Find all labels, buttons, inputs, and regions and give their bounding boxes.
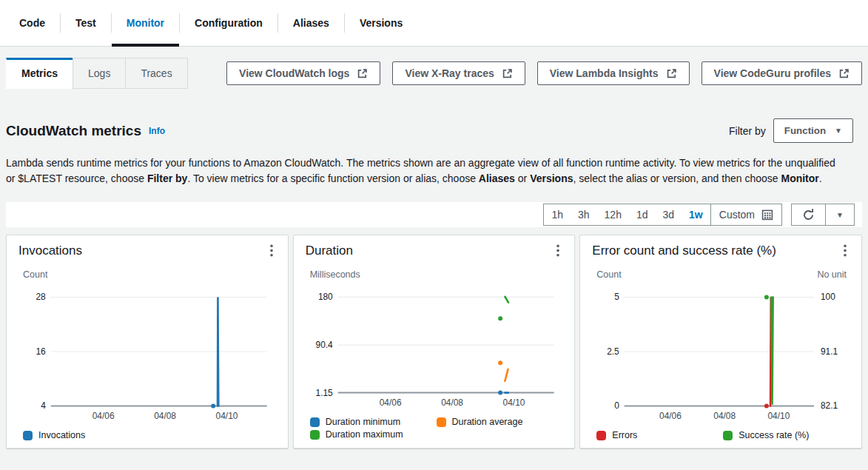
chart-plot-invocations: 2816404/0604/0804/10 xyxy=(18,282,276,426)
range-12h[interactable]: 12h xyxy=(597,204,629,225)
subtab-logs[interactable]: Logs xyxy=(73,58,126,89)
refresh-button[interactable] xyxy=(792,204,825,225)
legend-item-duration-average: Duration average xyxy=(437,417,563,427)
legend-item-success-rate: Success rate (%) xyxy=(723,430,850,440)
monitor-subnav: MetricsLogsTraces View CloudWatch logs V… xyxy=(6,58,862,89)
page-title: CloudWatch metrics xyxy=(6,123,141,139)
monitor-content: MetricsLogsTraces View CloudWatch logs V… xyxy=(0,58,868,449)
series-duration-minimum-point xyxy=(498,391,502,395)
chart-menu-button[interactable] xyxy=(841,243,850,261)
custom-range-label: Custom xyxy=(719,209,755,221)
chart-legend: Invocations xyxy=(18,430,276,440)
y-tick-label: 28 xyxy=(36,292,47,302)
function-filter-dropdown[interactable]: Function ▼ xyxy=(773,118,853,143)
legend-label: Duration maximum xyxy=(326,429,403,440)
refresh-icon xyxy=(802,209,815,221)
view-cloudwatch-logs-button[interactable]: View CloudWatch logs xyxy=(226,61,380,85)
chart-axis-units: Count xyxy=(18,269,276,281)
range-3d[interactable]: 3d xyxy=(656,204,682,225)
tab-code[interactable]: Code xyxy=(4,0,60,46)
x-tick-label: 04/08 xyxy=(441,397,463,408)
series-invocations-point xyxy=(211,404,215,409)
y-tick-label: 180 xyxy=(318,292,333,302)
y-tick-label: 2.5 xyxy=(608,346,620,357)
kebab-menu-icon xyxy=(844,244,847,257)
legend-item-errors: Errors xyxy=(596,430,723,440)
time-range-group: 1h3h12h1d3d1wCustom xyxy=(543,204,782,226)
external-link-icon xyxy=(838,68,850,79)
description-bold-term: Versions xyxy=(530,172,573,184)
info-link[interactable]: Info xyxy=(149,126,165,136)
filter-by-label: Filter by xyxy=(729,125,766,137)
external-link-icon xyxy=(502,68,513,79)
range-3h[interactable]: 3h xyxy=(571,204,597,225)
y-tick-label-right: 91.1 xyxy=(821,346,838,357)
chart-card-header: Duration xyxy=(306,243,563,261)
chart-menu-button[interactable] xyxy=(267,243,276,261)
metric-charts-row: Invocations Count2816404/0604/0804/10Inv… xyxy=(6,235,862,449)
y-axis-unit-left: Milliseconds xyxy=(310,269,360,281)
y-tick-label: 1.15 xyxy=(315,388,333,398)
y-tick-label: 16 xyxy=(36,346,47,357)
chart-card-invocations: Invocations Count2816404/0604/0804/10Inv… xyxy=(6,235,289,449)
chart-title: Duration xyxy=(306,243,353,259)
x-tick-label: 04/06 xyxy=(92,411,115,421)
function-tabs: CodeTestMonitorConfigurationAliasesVersi… xyxy=(0,0,868,47)
range-1d[interactable]: 1d xyxy=(629,204,656,225)
x-tick-label: 04/06 xyxy=(379,397,401,408)
y-tick-label: 4 xyxy=(41,401,46,412)
view-codeguru-profiles-button[interactable]: View CodeGuru profiles xyxy=(702,61,862,85)
chart-axis-units: CountNo unit xyxy=(592,269,850,281)
chart-card-header: Invocations xyxy=(18,243,276,261)
caret-down-icon: ▼ xyxy=(835,127,842,135)
y-axis-unit-left: Count xyxy=(596,269,621,281)
tab-test[interactable]: Test xyxy=(61,0,111,46)
range-custom[interactable]: Custom xyxy=(710,204,781,225)
lambda-monitor-page: { "tabs": [ {"label": "Code", "selected"… xyxy=(0,0,868,470)
y-axis-unit-left: Count xyxy=(23,269,47,281)
description-text: , select the alias or version, and then … xyxy=(573,172,781,184)
time-range-toolbar: 1h3h12h1d3d1wCustom ▼ xyxy=(6,202,862,227)
tab-aliases[interactable]: Aliases xyxy=(278,0,344,46)
legend-item-invocations: Invocations xyxy=(23,430,149,440)
view-x-ray-traces-button[interactable]: View X-Ray traces xyxy=(392,61,525,85)
x-tick-label: 04/10 xyxy=(216,411,238,421)
tab-versions[interactable]: Versions xyxy=(345,0,417,46)
legend-marker-icon xyxy=(23,431,33,440)
range-1w[interactable]: 1w xyxy=(682,204,710,225)
legend-marker-icon xyxy=(723,431,733,440)
y-tick-label-right: 100 xyxy=(821,292,835,302)
y-tick-label: 5 xyxy=(614,292,619,302)
chart-menu-button[interactable] xyxy=(554,243,562,261)
legend-item-duration-maximum: Duration maximum xyxy=(310,429,437,440)
subtab-traces[interactable]: Traces xyxy=(125,58,187,89)
legend-item-duration-minimum: Duration minimum xyxy=(310,417,437,427)
metrics-description: Lambda sends runtime metrics for your fu… xyxy=(6,155,842,187)
tab-configuration[interactable]: Configuration xyxy=(180,0,277,46)
y-tick-label: 90.4 xyxy=(315,340,333,350)
external-view-buttons: View CloudWatch logs View X-Ray traces V… xyxy=(226,61,862,85)
chart-plot-duration: 18090.41.1504/0604/0804/10 xyxy=(306,282,563,412)
subtab-metrics[interactable]: Metrics xyxy=(6,58,73,89)
range-1h[interactable]: 1h xyxy=(544,204,571,225)
description-bold-term: Filter by xyxy=(147,172,187,184)
refresh-options-dropdown-button[interactable]: ▼ xyxy=(825,204,854,225)
x-tick-label: 04/08 xyxy=(714,411,736,421)
legend-label: Duration minimum xyxy=(326,417,400,427)
chart-legend: ErrorsSuccess rate (%) xyxy=(592,430,850,440)
legend-label: Success rate (%) xyxy=(739,430,809,440)
y-tick-label-right: 82.1 xyxy=(821,401,838,412)
legend-label: Errors xyxy=(612,430,637,440)
legend-label: Duration average xyxy=(452,417,523,427)
chart-title: Error count and success rate (%) xyxy=(592,243,776,259)
y-tick-label: 0 xyxy=(614,401,619,412)
legend-marker-icon xyxy=(310,430,320,440)
view-lambda-insights-button[interactable]: View Lambda Insights xyxy=(537,61,690,85)
description-text: . xyxy=(819,172,822,184)
button-label: View Lambda Insights xyxy=(550,67,659,79)
legend-marker-icon xyxy=(310,417,320,427)
description-text: . To view metrics for a specific functio… xyxy=(187,172,478,184)
legend-marker-icon xyxy=(437,417,446,427)
tab-monitor[interactable]: Monitor xyxy=(112,0,179,46)
y-axis-unit-right: No unit xyxy=(817,269,847,281)
